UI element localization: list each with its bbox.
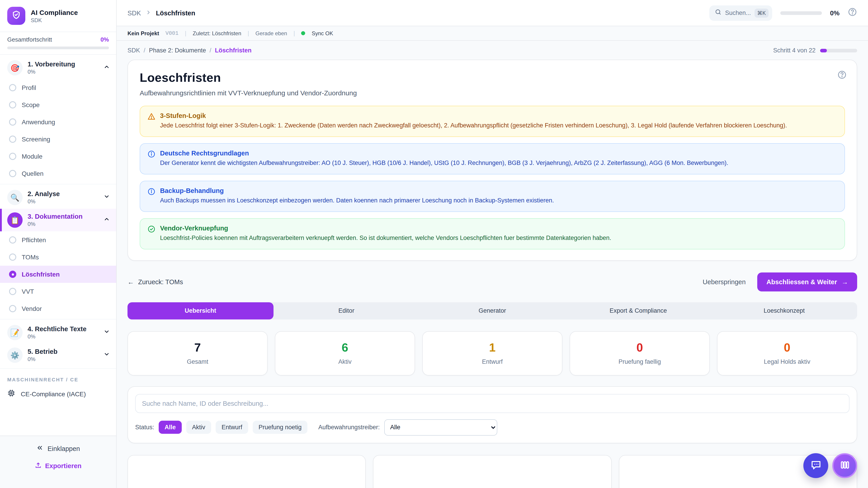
topbar-progress-bar: [780, 11, 822, 15]
app-root: AI Compliance SDK Gesamtfortschritt 0% 🎯…: [0, 0, 868, 488]
tab-generator[interactable]: Generator: [419, 302, 565, 319]
status-pill-entwurf[interactable]: Entwurf: [216, 421, 248, 434]
policy-card[interactable]: [127, 455, 366, 488]
arrow-left-icon: ←: [127, 278, 134, 285]
step-circle-icon: [9, 84, 16, 91]
sidebar-item-loeschfristen[interactable]: Löschfristen: [0, 266, 116, 283]
status-pill-aktiv[interactable]: Aktiv: [186, 421, 211, 434]
step-circle-icon: [9, 119, 16, 126]
info-icon: [147, 188, 156, 205]
sync-status-dot: [301, 31, 305, 35]
sidebar-item-anwendung[interactable]: Anwendung: [0, 113, 116, 131]
breadcrumb-sdk[interactable]: SDK: [127, 47, 140, 54]
help-icon[interactable]: [848, 7, 857, 19]
sidebar-group-label: MASCHINENRECHT / CE: [0, 370, 116, 385]
stat-entwurf: 1 Entwurf: [422, 331, 562, 375]
callout-success-vendor: Vendor-Verknuepfung Loeschfrist-Policies…: [140, 218, 845, 250]
clipboard-icon: 📋: [7, 213, 23, 228]
chat-bubble-icon: [810, 459, 822, 473]
status-filter-label: Status:: [135, 424, 154, 431]
sidebar-item-scope[interactable]: Scope: [0, 96, 116, 113]
driver-select[interactable]: Alle: [384, 419, 497, 435]
chevron-up-icon: [103, 216, 110, 224]
tab-editor[interactable]: Editor: [274, 302, 420, 319]
step-circle-icon: [9, 135, 16, 143]
gear-icon: ⚙️: [7, 348, 23, 363]
sidebar-item-toms[interactable]: TOMs: [0, 249, 116, 266]
sidebar-item-pflichten[interactable]: Pflichten: [0, 231, 116, 249]
global-search-button[interactable]: Suchen... ⌘K: [709, 5, 772, 21]
sidebar-section-vorbereitung[interactable]: 🎯 1. Vorbereitung 0%: [0, 57, 116, 79]
divider: |: [248, 30, 249, 37]
stat-pruefung-faellig: 0 Pruefung faellig: [569, 331, 710, 375]
stats-row: 7 Gesamt 6 Aktiv 1 Entwurf 0 Pruefung fa…: [127, 331, 857, 375]
target-icon: 🎯: [7, 60, 23, 75]
last-visited-label: Zuletzt: Löschfristen: [193, 30, 241, 36]
status-pill-pruefung-noetig[interactable]: Pruefung noetig: [253, 421, 308, 434]
app-name: AI Compliance: [31, 8, 78, 16]
page-title: Loeschfristen: [140, 71, 845, 85]
callout-info-rechtsgrundlagen: Deutsche Rechtsgrundlagen Der Generator …: [140, 143, 845, 174]
page-content: SDK / Phase 2: Dokumente / Löschfristen …: [117, 41, 868, 488]
tab-loeschkonzept[interactable]: Loeschkonzept: [711, 302, 857, 319]
filter-row: Status: Alle Aktiv Entwurf Pruefung noet…: [135, 419, 849, 435]
filter-card: Status: Alle Aktiv Entwurf Pruefung noet…: [127, 386, 857, 443]
info-icon: [147, 150, 156, 168]
skip-button[interactable]: Ueberspringen: [703, 278, 746, 285]
cpu-icon: [7, 389, 16, 399]
breadcrumb-root[interactable]: SDK: [127, 9, 141, 17]
sidebar-item-ce-compliance[interactable]: CE-Compliance (IACE): [0, 385, 116, 403]
status-pill-alle[interactable]: Alle: [159, 421, 182, 434]
chat-button[interactable]: [803, 453, 828, 478]
sidebar-item-profil[interactable]: Profil: [0, 79, 116, 96]
step-label: Schritt 4 von 22: [773, 47, 815, 54]
chevron-up-icon: [103, 64, 110, 72]
app-subtitle: SDK: [31, 17, 78, 23]
divider: [0, 184, 116, 184]
sidebar-section-rechtliche-texte[interactable]: 📝 4. Rechtliche Texte 0%: [0, 321, 116, 344]
sidebar-section-analyse[interactable]: 🔍 2. Analyse 0%: [0, 186, 116, 209]
columns-button[interactable]: [832, 453, 857, 478]
chevron-down-icon: [103, 193, 110, 201]
upload-icon: [35, 462, 41, 470]
finish-next-button[interactable]: Abschliessen & Weiter →: [757, 272, 857, 291]
topbar-progress-value: 0%: [830, 9, 839, 17]
memo-icon: 📝: [7, 325, 23, 340]
version-label: V001: [165, 30, 179, 36]
sidebar-item-quellen[interactable]: Quellen: [0, 165, 116, 182]
title-card: Loeschfristen Aufbewahrungsrichtlinien m…: [127, 60, 857, 260]
callout-info-backup: Backup-Behandlung Auch Backups muessen i…: [140, 181, 845, 212]
sidebar-section-betrieb[interactable]: ⚙️ 5. Betrieb 0%: [0, 344, 116, 366]
sidebar-nav: 🎯 1. Vorbereitung 0% Profil Scope Anwend…: [0, 55, 116, 435]
step-circle-icon: [9, 236, 16, 243]
chevron-down-icon: [103, 351, 110, 359]
overall-progress: Gesamtfortschritt 0%: [0, 32, 116, 55]
policy-card[interactable]: [373, 455, 612, 488]
sidebar-item-vendor[interactable]: Vendor: [0, 300, 116, 317]
policy-cards-row: [127, 455, 857, 488]
stat-aktiv: 6 Aktiv: [275, 331, 415, 375]
sidebar-item-module[interactable]: Module: [0, 148, 116, 165]
floating-buttons: [803, 453, 857, 478]
breadcrumb-phase[interactable]: Phase 2: Dokumente: [149, 47, 206, 54]
help-icon[interactable]: [837, 70, 847, 81]
step-circle-icon: [9, 170, 16, 177]
sidebar-header: AI Compliance SDK: [0, 0, 116, 32]
step-circle-icon: [9, 101, 16, 108]
policy-search-input[interactable]: [135, 394, 849, 413]
tab-uebersicht[interactable]: Uebersicht: [127, 302, 274, 319]
sidebar-section-dokumentation[interactable]: 📋 3. Dokumentation 0%: [0, 209, 116, 231]
tab-bar: Uebersicht Editor Generator Export & Com…: [127, 302, 857, 319]
overall-progress-label: Gesamtfortschritt: [7, 36, 52, 43]
back-button[interactable]: ← Zurueck: TOMs: [127, 278, 183, 285]
collapse-sidebar-button[interactable]: Einklappen: [7, 444, 109, 453]
magnifier-icon: 🔍: [7, 190, 23, 205]
sidebar-item-screening[interactable]: Screening: [0, 131, 116, 148]
breadcrumb: SDK / Phase 2: Dokumente / Löschfristen: [127, 47, 252, 54]
columns-icon: [839, 459, 850, 472]
tab-export-compliance[interactable]: Export & Compliance: [565, 302, 711, 319]
callout-warning: 3-Stufen-Logik Jede Loeschfrist folgt ei…: [140, 106, 845, 137]
page-subtitle: Aufbewahrungsrichtlinien mit VVT-Verknue…: [140, 89, 845, 97]
export-button[interactable]: Exportieren: [7, 462, 109, 470]
sidebar-item-vvt[interactable]: VVT: [0, 283, 116, 300]
